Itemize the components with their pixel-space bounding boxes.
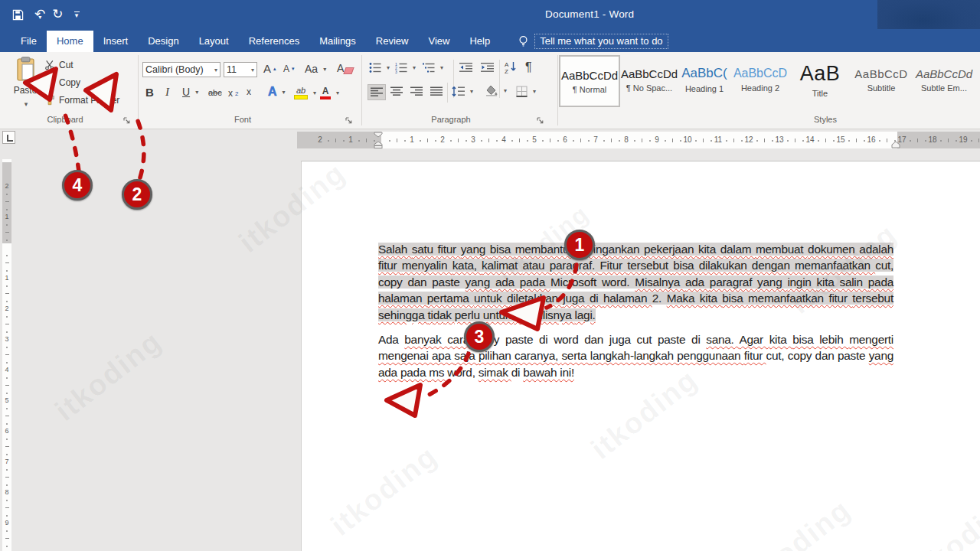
save-icon[interactable] (12, 9, 24, 21)
font-color-button[interactable]: A (320, 86, 339, 99)
style-heading-1[interactable]: AaBbC( Heading 1 (680, 55, 729, 104)
tab-insert[interactable]: Insert (93, 31, 139, 52)
tab-review[interactable]: Review (366, 31, 419, 52)
ruler-tick (6, 270, 8, 272)
hanging-indent-marker[interactable] (374, 142, 383, 148)
font-name-combobox[interactable]: Calibri (Body) ▾ (142, 62, 220, 77)
line-spacing-button[interactable] (452, 86, 473, 97)
ruler-tick (458, 139, 459, 142)
increase-indent-button[interactable] (481, 62, 494, 73)
grow-font-button[interactable]: A▴ (263, 62, 276, 75)
pilcrow-icon: ¶ (525, 60, 532, 74)
clipboard-dialog-launcher-icon[interactable] (122, 116, 131, 125)
style-normal[interactable]: AaBbCcDd ¶ Normal (559, 55, 620, 107)
font-dialog-launcher-icon[interactable] (345, 116, 353, 125)
paste-dropdown-icon[interactable] (23, 96, 28, 109)
change-case-icon: Aa (305, 63, 318, 75)
cut-button[interactable]: Cut (44, 60, 74, 70)
style-subtitle[interactable]: AaBbCcD Subtitle (851, 55, 911, 104)
subscript-button[interactable]: x2 (228, 88, 238, 99)
highlight-color-button[interactable]: ab (294, 86, 316, 99)
copy-button[interactable]: Copy (44, 77, 80, 88)
ruler-number: 9 (5, 519, 8, 527)
numbering-button[interactable]: 123 (395, 62, 416, 73)
strikethrough-button[interactable]: abc (208, 88, 222, 97)
document-text[interactable]: Salah satu fitur yang bisa membantu meri… (378, 241, 893, 389)
superscript-button[interactable]: x (247, 86, 253, 97)
ruler-tick (6, 469, 8, 471)
quick-access-toolbar: ↶ ▾ ↻ ▾ (12, 8, 80, 21)
change-case-button[interactable]: Aa (305, 63, 326, 75)
ruler-tick (511, 140, 513, 142)
sort-button[interactable]: AZ (504, 60, 517, 73)
paste-button[interactable]: Paste (6, 57, 44, 115)
tab-help[interactable]: Help (459, 31, 500, 52)
decrease-indent-button[interactable] (459, 62, 472, 73)
ruler-tick (5, 507, 9, 508)
ruler-tick (948, 139, 949, 142)
ruler-number: 1 (5, 274, 8, 282)
paste-label: Paste (14, 85, 38, 96)
chevron-down-icon[interactable]: ▾ (211, 67, 217, 73)
ruler-number: 4 (501, 135, 506, 144)
multilevel-list-button[interactable] (423, 62, 443, 73)
underline-button[interactable]: U (182, 86, 198, 98)
borders-button[interactable] (516, 86, 536, 97)
ruler-tick (588, 140, 590, 142)
tell-me-label[interactable]: Tell me what you want to do (534, 34, 668, 49)
justify-button[interactable] (430, 86, 443, 96)
horizontal-ruler[interactable]: 2112345678910111213141516171819 (0, 129, 980, 155)
ruler-tick (634, 140, 635, 142)
tab-layout[interactable]: Layout (189, 31, 239, 52)
align-right-button[interactable] (410, 86, 423, 96)
customize-quick-access-icon[interactable]: ▾ (74, 11, 80, 18)
tab-design[interactable]: Design (138, 31, 188, 52)
right-indent-marker[interactable] (891, 142, 900, 148)
format-painter-button[interactable]: Format Painter (44, 95, 119, 106)
align-left-button[interactable] (368, 84, 386, 100)
ruler-number: 2 (5, 182, 8, 190)
ruler-tick (642, 139, 642, 142)
format-painter-label: Format Painter (59, 95, 119, 106)
vertical-ruler[interactable]: 21123456789 (0, 155, 12, 551)
italic-button[interactable]: I (165, 86, 169, 99)
style-heading-2[interactable]: AaBbCcD Heading 2 (732, 55, 789, 104)
font-size-combobox[interactable]: 11 ▾ (224, 62, 257, 77)
ruler-tick (649, 140, 651, 142)
tell-me-box[interactable]: Tell me what you want to do (518, 31, 668, 52)
ruler-tick (450, 140, 452, 142)
ruler-tick (389, 140, 390, 142)
bullets-button[interactable] (369, 62, 390, 73)
ruler-tick (864, 140, 865, 142)
tab-home[interactable]: Home (47, 31, 93, 52)
style-subtle-emphasis[interactable]: AaBbCcDd Subtle Em... (914, 55, 974, 104)
shrink-font-button[interactable]: A▾ (283, 64, 295, 74)
ruler-tick (5, 262, 9, 263)
tab-mailings[interactable]: Mailings (309, 31, 366, 52)
style-partial[interactable]: A (975, 55, 980, 104)
redo-icon[interactable]: ↻ (52, 8, 63, 21)
paragraph[interactable]: Ada banyak cara copy paste di word dan j… (378, 331, 893, 380)
tab-selector[interactable] (2, 131, 15, 144)
shading-button[interactable] (485, 85, 507, 96)
bold-button[interactable]: B (145, 86, 154, 99)
show-formatting-marks-button[interactable]: ¶ (525, 60, 532, 74)
shrink-font-icon: A (283, 64, 289, 74)
align-center-button[interactable] (390, 86, 403, 96)
chevron-down-icon[interactable]: ▾ (248, 67, 254, 73)
tab-view[interactable]: View (418, 31, 459, 52)
text-effects-button[interactable]: A (268, 85, 286, 99)
ruler-number: 6 (5, 427, 8, 435)
first-line-indent-marker[interactable] (374, 132, 383, 138)
ruler-tick (404, 140, 406, 142)
tab-file[interactable]: File (11, 31, 47, 52)
tab-references[interactable]: References (239, 31, 309, 52)
ruler-tick (6, 347, 8, 348)
paragraph-dialog-launcher-icon[interactable] (536, 116, 544, 125)
style-no-spacing[interactable]: AaBbCcDd ¶ No Spac... (622, 55, 677, 104)
style-title[interactable]: AaB Title (795, 55, 845, 104)
ruler-tick (940, 140, 942, 142)
ruler-tick (6, 393, 8, 394)
undo-dropdown-icon[interactable]: ▾ (38, 14, 41, 21)
clear-formatting-button[interactable]: A (337, 62, 353, 74)
